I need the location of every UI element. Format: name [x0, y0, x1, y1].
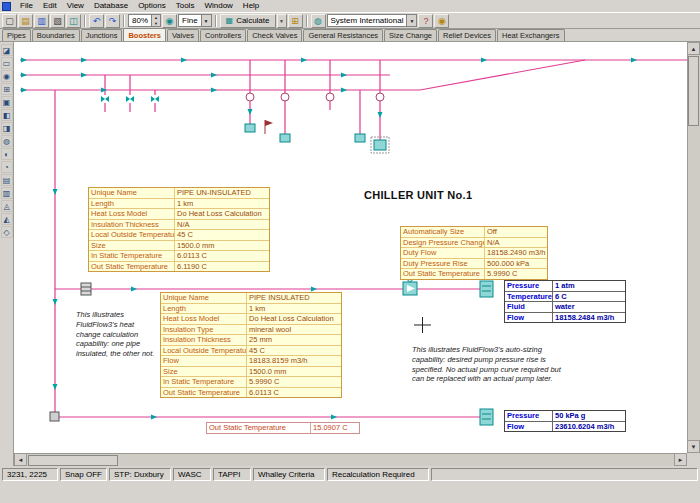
menu-help[interactable]: Help: [238, 0, 264, 12]
tappi-toggle[interactable]: TAPPI: [213, 468, 251, 481]
field-label: Automatically Size: [401, 227, 485, 237]
tab-valves[interactable]: Valves: [167, 29, 199, 41]
scroll-left-icon[interactable]: ◄: [14, 453, 27, 466]
calculate-button[interactable]: ▦ Calculate: [220, 14, 276, 28]
whalley-criteria-toggle[interactable]: Whalley Criteria: [253, 468, 325, 481]
pipe-uninsulated-table[interactable]: Unique NamePIPE UN-INSULATEDLength1 kmHe…: [88, 187, 270, 272]
menu-window[interactable]: Window: [199, 0, 237, 12]
pipe-insulated-table[interactable]: Unique NamePIPE INSULATEDLength1 kmHeat …: [160, 292, 342, 398]
junction-node-icons[interactable]: [246, 93, 384, 101]
print-icon[interactable]: ▧: [50, 14, 65, 28]
table-row: Out Static Temperature5.9990 C: [401, 269, 547, 279]
menu-view[interactable]: View: [62, 0, 89, 12]
field-label: Pressure: [505, 281, 553, 291]
outlet-result-box[interactable]: Pressure50 kPa gFlow23610.6204 m3/h: [504, 410, 626, 432]
stp-setting[interactable]: STP: Duxbury: [109, 468, 171, 481]
field-label: Size: [89, 241, 175, 251]
inlet-result-box[interactable]: Pressure1 atmTemperature6 CFluidwaterFlo…: [504, 280, 626, 323]
left-tool-icon-7[interactable]: ◨: [1, 122, 13, 134]
scroll-right-icon[interactable]: ►: [674, 453, 687, 466]
valve-icons[interactable]: [101, 96, 159, 102]
field-label: Flow: [505, 313, 553, 323]
menu-options[interactable]: Options: [133, 0, 171, 12]
tab-heat-exchangers[interactable]: Heat Exchangers: [497, 29, 565, 41]
horizontal-scrollbar[interactable]: ◄ ►: [14, 453, 687, 466]
menu-tools[interactable]: Tools: [171, 0, 200, 12]
field-value: mineral wool: [247, 325, 341, 335]
detail-combobox[interactable]: Fine ▼: [178, 14, 212, 27]
field-label: Insulation Type: [161, 325, 247, 335]
left-tool-icon-14[interactable]: ◭: [1, 213, 13, 225]
left-tool-icon-1[interactable]: ◪: [1, 44, 13, 56]
tab-controllers[interactable]: Controllers: [200, 29, 246, 41]
tab-pipes[interactable]: Pipes: [2, 29, 31, 41]
menu-file[interactable]: File: [15, 0, 38, 12]
booster-table[interactable]: Automatically SizeOffDesign Pressure Cha…: [400, 226, 548, 280]
redo-icon[interactable]: ↷: [105, 14, 120, 28]
left-tool-icon-13[interactable]: ◬: [1, 200, 13, 212]
left-tool-icon-2[interactable]: ▭: [1, 57, 13, 69]
horizontal-scroll-thumb[interactable]: [28, 455, 118, 466]
tab-boundaries[interactable]: Boundaries: [32, 29, 80, 41]
tab-general-resistances[interactable]: General Resistances: [303, 29, 383, 41]
undo-icon[interactable]: ↶: [89, 14, 104, 28]
calculate-dropdown-icon[interactable]: ▼: [277, 14, 287, 28]
zoom-tool-icon[interactable]: ◉: [162, 14, 177, 28]
units-value: System International: [328, 16, 407, 25]
field-value: N/A: [175, 220, 269, 230]
left-tool-icon-5[interactable]: ▣: [1, 96, 13, 108]
calculator-icon: ▦: [226, 16, 234, 25]
help-icon[interactable]: ?: [418, 14, 433, 28]
field-value: 6.1190 C: [175, 262, 269, 272]
wasc-toggle[interactable]: WASC: [173, 468, 211, 481]
left-tool-icon-12[interactable]: ▥: [1, 187, 13, 199]
left-tool-icon-8[interactable]: ◍: [1, 135, 13, 147]
chevron-down-icon[interactable]: ▼: [201, 15, 211, 26]
tips-icon[interactable]: ◉: [434, 14, 449, 28]
left-tool-icon-3[interactable]: ◉: [1, 70, 13, 82]
left-tool-icon-11[interactable]: ▤: [1, 174, 13, 186]
zoom-spinner[interactable]: ▲▼: [151, 15, 160, 26]
left-tool-icon-10[interactable]: ◔: [1, 161, 13, 173]
flowsheet-canvas[interactable]: CHILLER UNIT No.1 Unique NamePIPE UN-INS…: [14, 42, 687, 453]
table-row: Unique NamePIPE INSULATED: [161, 293, 341, 304]
units-combobox[interactable]: System International ▼: [327, 14, 418, 27]
field-label: Insulation Thickness: [161, 335, 247, 345]
save-icon[interactable]: ▥: [34, 14, 49, 28]
snap-toggle[interactable]: Snap OFF: [60, 468, 107, 481]
left-tool-icon-9[interactable]: ◐: [1, 148, 13, 160]
drawing-title[interactable]: CHILLER UNIT No.1: [364, 189, 472, 201]
spin-down-icon[interactable]: ▼: [152, 21, 160, 27]
vertical-scrollbar[interactable]: ▲ ▼: [687, 42, 700, 453]
zoom-combobox[interactable]: 80% ▲▼: [128, 14, 161, 27]
new-file-icon[interactable]: ▢: [2, 14, 17, 28]
scroll-up-icon[interactable]: ▲: [687, 42, 700, 55]
field-label: Out Static Temperature: [89, 262, 175, 272]
tab-size-change[interactable]: Size Change: [384, 29, 437, 41]
field-label: Out Static Temperature: [401, 269, 485, 279]
chevron-down-icon[interactable]: ▼: [406, 15, 416, 26]
table-row: Size1500.0 mm: [89, 241, 269, 252]
out-static-temperature-callout[interactable]: Out Static Temperature15.0907 C: [206, 422, 360, 434]
open-folder-icon[interactable]: ▤: [18, 14, 33, 28]
tab-boosters[interactable]: Boosters: [123, 28, 166, 41]
table-row: Duty Pressure Rise500.000 kPa: [401, 259, 547, 270]
menu-edit[interactable]: Edit: [38, 0, 62, 12]
print-preview-icon[interactable]: ◫: [66, 14, 81, 28]
tab-check-valves[interactable]: Check Valves: [247, 29, 302, 41]
field-label: Size: [161, 367, 247, 377]
menu-database[interactable]: Database: [89, 0, 133, 12]
world-icon[interactable]: ◍: [311, 14, 326, 28]
annotation-heat-change[interactable]: This illustrates FluidFlow3's heat chang…: [76, 310, 160, 359]
left-tool-icon-6[interactable]: ◧: [1, 109, 13, 121]
scroll-down-icon[interactable]: ▼: [687, 440, 700, 453]
field-value: N/A: [485, 238, 547, 248]
vertical-scroll-thumb[interactable]: [688, 56, 699, 126]
annotation-auto-sizing[interactable]: This illustrates FluidFlow3's auto-sizin…: [412, 345, 574, 384]
tab-relief-devices[interactable]: Relief Devices: [438, 29, 496, 41]
results-grid-icon[interactable]: ⊞: [288, 14, 303, 28]
field-value: 5.9990 C: [247, 377, 341, 387]
left-tool-icon-15[interactable]: ◇: [1, 226, 13, 238]
tab-junctions[interactable]: Junctions: [81, 29, 123, 41]
left-tool-icon-4[interactable]: ⊞: [1, 83, 13, 95]
